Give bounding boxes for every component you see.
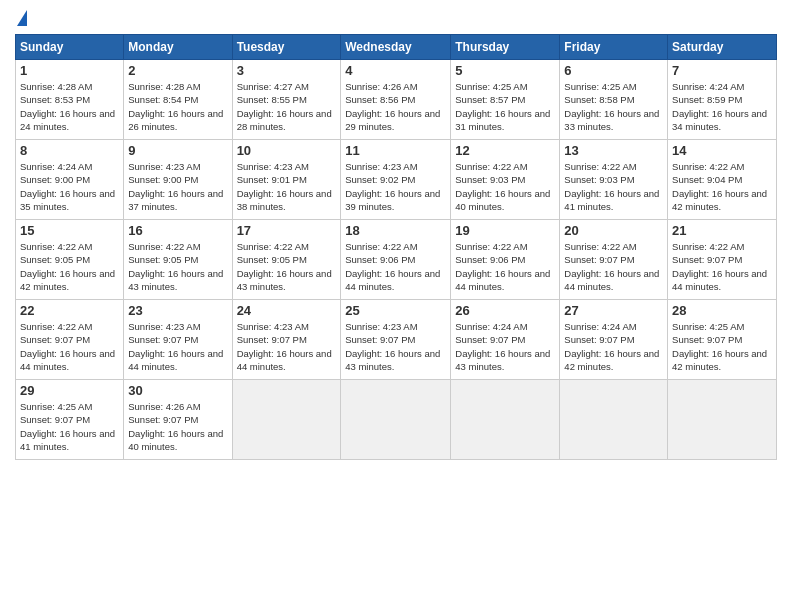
day-number: 11 xyxy=(345,143,446,158)
week-row: 15 Sunrise: 4:22 AMSunset: 9:05 PMDaylig… xyxy=(16,220,777,300)
day-number: 25 xyxy=(345,303,446,318)
day-number: 23 xyxy=(128,303,227,318)
day-number: 1 xyxy=(20,63,119,78)
logo xyxy=(15,10,27,28)
day-number: 3 xyxy=(237,63,337,78)
day-number: 4 xyxy=(345,63,446,78)
day-detail: Sunrise: 4:22 AMSunset: 9:06 PMDaylight:… xyxy=(345,241,440,292)
day-cell: 10 Sunrise: 4:23 AMSunset: 9:01 PMDaylig… xyxy=(232,140,341,220)
day-number: 22 xyxy=(20,303,119,318)
day-number: 26 xyxy=(455,303,555,318)
day-cell: 15 Sunrise: 4:22 AMSunset: 9:05 PMDaylig… xyxy=(16,220,124,300)
day-cell: 11 Sunrise: 4:23 AMSunset: 9:02 PMDaylig… xyxy=(341,140,451,220)
day-detail: Sunrise: 4:28 AMSunset: 8:54 PMDaylight:… xyxy=(128,81,223,132)
day-cell: 8 Sunrise: 4:24 AMSunset: 9:00 PMDayligh… xyxy=(16,140,124,220)
day-cell: 22 Sunrise: 4:22 AMSunset: 9:07 PMDaylig… xyxy=(16,300,124,380)
day-number: 21 xyxy=(672,223,772,238)
day-cell: 2 Sunrise: 4:28 AMSunset: 8:54 PMDayligh… xyxy=(124,60,232,140)
day-number: 18 xyxy=(345,223,446,238)
day-detail: Sunrise: 4:28 AMSunset: 8:53 PMDaylight:… xyxy=(20,81,115,132)
day-number: 5 xyxy=(455,63,555,78)
day-detail: Sunrise: 4:22 AMSunset: 9:04 PMDaylight:… xyxy=(672,161,767,212)
day-cell: 3 Sunrise: 4:27 AMSunset: 8:55 PMDayligh… xyxy=(232,60,341,140)
weekday-header: Tuesday xyxy=(232,35,341,60)
day-detail: Sunrise: 4:23 AMSunset: 9:07 PMDaylight:… xyxy=(237,321,332,372)
day-detail: Sunrise: 4:27 AMSunset: 8:55 PMDaylight:… xyxy=(237,81,332,132)
day-cell xyxy=(560,380,668,460)
day-detail: Sunrise: 4:23 AMSunset: 9:07 PMDaylight:… xyxy=(345,321,440,372)
page-container: SundayMondayTuesdayWednesdayThursdayFrid… xyxy=(0,0,792,470)
day-detail: Sunrise: 4:24 AMSunset: 8:59 PMDaylight:… xyxy=(672,81,767,132)
day-cell: 1 Sunrise: 4:28 AMSunset: 8:53 PMDayligh… xyxy=(16,60,124,140)
week-row: 1 Sunrise: 4:28 AMSunset: 8:53 PMDayligh… xyxy=(16,60,777,140)
weekday-header: Wednesday xyxy=(341,35,451,60)
day-cell: 4 Sunrise: 4:26 AMSunset: 8:56 PMDayligh… xyxy=(341,60,451,140)
week-row: 22 Sunrise: 4:22 AMSunset: 9:07 PMDaylig… xyxy=(16,300,777,380)
calendar-table: SundayMondayTuesdayWednesdayThursdayFrid… xyxy=(15,34,777,460)
week-row: 29 Sunrise: 4:25 AMSunset: 9:07 PMDaylig… xyxy=(16,380,777,460)
day-number: 14 xyxy=(672,143,772,158)
day-detail: Sunrise: 4:23 AMSunset: 9:01 PMDaylight:… xyxy=(237,161,332,212)
day-cell: 13 Sunrise: 4:22 AMSunset: 9:03 PMDaylig… xyxy=(560,140,668,220)
day-cell: 14 Sunrise: 4:22 AMSunset: 9:04 PMDaylig… xyxy=(668,140,777,220)
day-detail: Sunrise: 4:25 AMSunset: 9:07 PMDaylight:… xyxy=(672,321,767,372)
day-number: 30 xyxy=(128,383,227,398)
weekday-header: Thursday xyxy=(451,35,560,60)
day-cell: 23 Sunrise: 4:23 AMSunset: 9:07 PMDaylig… xyxy=(124,300,232,380)
day-detail: Sunrise: 4:23 AMSunset: 9:00 PMDaylight:… xyxy=(128,161,223,212)
day-detail: Sunrise: 4:24 AMSunset: 9:07 PMDaylight:… xyxy=(455,321,550,372)
day-cell: 6 Sunrise: 4:25 AMSunset: 8:58 PMDayligh… xyxy=(560,60,668,140)
day-cell: 29 Sunrise: 4:25 AMSunset: 9:07 PMDaylig… xyxy=(16,380,124,460)
day-detail: Sunrise: 4:25 AMSunset: 8:57 PMDaylight:… xyxy=(455,81,550,132)
day-cell: 21 Sunrise: 4:22 AMSunset: 9:07 PMDaylig… xyxy=(668,220,777,300)
day-number: 6 xyxy=(564,63,663,78)
day-number: 12 xyxy=(455,143,555,158)
day-cell: 30 Sunrise: 4:26 AMSunset: 9:07 PMDaylig… xyxy=(124,380,232,460)
day-cell: 17 Sunrise: 4:22 AMSunset: 9:05 PMDaylig… xyxy=(232,220,341,300)
day-number: 24 xyxy=(237,303,337,318)
day-cell: 5 Sunrise: 4:25 AMSunset: 8:57 PMDayligh… xyxy=(451,60,560,140)
day-cell: 7 Sunrise: 4:24 AMSunset: 8:59 PMDayligh… xyxy=(668,60,777,140)
day-cell: 28 Sunrise: 4:25 AMSunset: 9:07 PMDaylig… xyxy=(668,300,777,380)
day-number: 19 xyxy=(455,223,555,238)
day-cell xyxy=(451,380,560,460)
day-detail: Sunrise: 4:22 AMSunset: 9:05 PMDaylight:… xyxy=(20,241,115,292)
day-detail: Sunrise: 4:25 AMSunset: 9:07 PMDaylight:… xyxy=(20,401,115,452)
day-detail: Sunrise: 4:26 AMSunset: 9:07 PMDaylight:… xyxy=(128,401,223,452)
day-cell: 27 Sunrise: 4:24 AMSunset: 9:07 PMDaylig… xyxy=(560,300,668,380)
day-detail: Sunrise: 4:22 AMSunset: 9:03 PMDaylight:… xyxy=(455,161,550,212)
day-number: 7 xyxy=(672,63,772,78)
day-cell xyxy=(668,380,777,460)
day-detail: Sunrise: 4:22 AMSunset: 9:05 PMDaylight:… xyxy=(128,241,223,292)
day-cell: 18 Sunrise: 4:22 AMSunset: 9:06 PMDaylig… xyxy=(341,220,451,300)
day-number: 15 xyxy=(20,223,119,238)
day-number: 8 xyxy=(20,143,119,158)
day-cell: 9 Sunrise: 4:23 AMSunset: 9:00 PMDayligh… xyxy=(124,140,232,220)
weekday-header: Monday xyxy=(124,35,232,60)
day-cell: 25 Sunrise: 4:23 AMSunset: 9:07 PMDaylig… xyxy=(341,300,451,380)
day-number: 20 xyxy=(564,223,663,238)
logo-triangle-icon xyxy=(17,10,27,26)
day-detail: Sunrise: 4:22 AMSunset: 9:07 PMDaylight:… xyxy=(564,241,659,292)
day-number: 27 xyxy=(564,303,663,318)
day-detail: Sunrise: 4:26 AMSunset: 8:56 PMDaylight:… xyxy=(345,81,440,132)
day-detail: Sunrise: 4:22 AMSunset: 9:05 PMDaylight:… xyxy=(237,241,332,292)
day-number: 29 xyxy=(20,383,119,398)
day-number: 17 xyxy=(237,223,337,238)
weekday-header: Sunday xyxy=(16,35,124,60)
day-cell xyxy=(232,380,341,460)
day-number: 2 xyxy=(128,63,227,78)
day-number: 16 xyxy=(128,223,227,238)
day-detail: Sunrise: 4:22 AMSunset: 9:07 PMDaylight:… xyxy=(672,241,767,292)
day-cell: 19 Sunrise: 4:22 AMSunset: 9:06 PMDaylig… xyxy=(451,220,560,300)
day-cell xyxy=(341,380,451,460)
day-number: 9 xyxy=(128,143,227,158)
day-cell: 12 Sunrise: 4:22 AMSunset: 9:03 PMDaylig… xyxy=(451,140,560,220)
day-detail: Sunrise: 4:24 AMSunset: 9:00 PMDaylight:… xyxy=(20,161,115,212)
day-detail: Sunrise: 4:25 AMSunset: 8:58 PMDaylight:… xyxy=(564,81,659,132)
day-detail: Sunrise: 4:22 AMSunset: 9:07 PMDaylight:… xyxy=(20,321,115,372)
weekday-header: Saturday xyxy=(668,35,777,60)
day-detail: Sunrise: 4:22 AMSunset: 9:03 PMDaylight:… xyxy=(564,161,659,212)
header xyxy=(15,10,777,28)
day-detail: Sunrise: 4:24 AMSunset: 9:07 PMDaylight:… xyxy=(564,321,659,372)
